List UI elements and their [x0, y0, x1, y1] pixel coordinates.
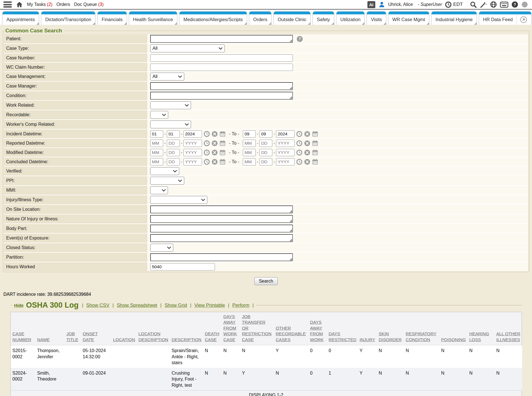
incident-datetime-to-month-input[interactable]: [243, 130, 256, 138]
tab-hr-data-feed[interactable]: HR Data Feed: [479, 11, 531, 25]
show-grid-link[interactable]: Show Grid: [165, 303, 187, 308]
table-row[interactable]: S2015-0002Thompson, Jennifer05-10-2024 1…: [11, 345, 522, 368]
wand-icon[interactable]: [480, 1, 487, 8]
calendar-icon[interactable]: [312, 131, 318, 137]
column-header-job-transfer-or-restriction-case[interactable]: JOB TRANSFER OR RESTRICTION CASE: [240, 312, 274, 345]
column-header-other-recordable-cases[interactable]: OTHER RECORDABLE CASES: [274, 312, 308, 345]
concluded-datetime-to-year-input[interactable]: [276, 158, 295, 165]
column-header-location-description[interactable]: LOCATION DESCRIPTION: [137, 312, 170, 345]
condition-input[interactable]: [150, 92, 293, 100]
time-icon[interactable]: [296, 140, 302, 146]
clear-icon[interactable]: [304, 159, 310, 165]
concluded-datetime-from-year-input[interactable]: [183, 158, 202, 165]
calendar-icon[interactable]: [219, 131, 226, 137]
concluded-datetime-to-month-input[interactable]: [243, 158, 256, 165]
reported-datetime-to-year-input[interactable]: [276, 140, 295, 147]
partition-input[interactable]: [150, 253, 293, 261]
tab-medications-allergies-scripts[interactable]: Medications/Allergies/Scripts: [179, 11, 247, 25]
nature-of-injury-or-illness-input[interactable]: [150, 215, 293, 223]
clear-icon[interactable]: [212, 159, 218, 165]
incident-datetime-from-day-input[interactable]: [167, 130, 180, 138]
reported-datetime-from-month-input[interactable]: [150, 140, 163, 147]
column-header-poisoning[interactable]: POISONING: [439, 312, 468, 345]
tab-outside-clinic[interactable]: Outside Clinic: [273, 11, 311, 25]
globe-icon[interactable]: [490, 1, 497, 8]
incident-datetime-from-year-input[interactable]: [183, 130, 202, 138]
nav-orders[interactable]: Orders: [56, 2, 70, 7]
time-icon[interactable]: [204, 131, 210, 137]
modified-datetime-from-day-input[interactable]: [167, 149, 180, 156]
clear-icon[interactable]: [304, 149, 310, 156]
tab-dictation-transcription[interactable]: Dictation/Transcription: [41, 11, 96, 25]
concluded-datetime-from-month-input[interactable]: [150, 158, 163, 165]
calendar-icon[interactable]: [219, 149, 226, 156]
concluded-datetime-to-day-input[interactable]: [259, 158, 272, 165]
column-header-respiratory-condition[interactable]: RESPIRATORY CONDITION: [404, 312, 439, 345]
patient-input[interactable]: [150, 35, 293, 43]
search-icon[interactable]: [470, 1, 477, 8]
calendar-icon[interactable]: [219, 159, 226, 165]
calendar-icon[interactable]: [312, 159, 318, 165]
show-csv-link[interactable]: Show CSV: [86, 303, 109, 308]
tab-appointments[interactable]: Appointments: [2, 11, 39, 25]
show-spreadsheet-link[interactable]: Show Spreadsheet: [117, 303, 157, 308]
tab-utilization[interactable]: Utilization: [336, 11, 365, 25]
column-header-job-title[interactable]: JOB TITLE: [65, 312, 81, 345]
worker-s-comp-related-select[interactable]: [150, 120, 191, 128]
ai-badge[interactable]: AI: [367, 1, 375, 8]
time-icon[interactable]: [296, 149, 302, 156]
case-type-select[interactable]: All: [150, 44, 225, 52]
time-icon[interactable]: [204, 140, 210, 146]
column-header-onset-date[interactable]: ONSET DATE: [81, 312, 111, 345]
column-header-days-restricted[interactable]: DAYS RESTRICTED: [327, 312, 358, 345]
reported-datetime-to-day-input[interactable]: [259, 140, 272, 147]
incident-datetime-from-month-input[interactable]: [150, 130, 163, 138]
table-row[interactable]: S2024-0002Smith, Theodore09-01-2024Crush…: [11, 368, 522, 390]
hours-worked-input[interactable]: [150, 263, 215, 270]
tab-visits[interactable]: Visits: [367, 11, 386, 25]
concluded-datetime-from-day-input[interactable]: [167, 158, 180, 165]
column-header-hearing-loss[interactable]: HEARING LOSS: [468, 312, 495, 345]
reported-datetime-to-month-input[interactable]: [243, 140, 256, 147]
wc-claim-number-input[interactable]: [150, 64, 293, 71]
modified-datetime-from-year-input[interactable]: [183, 149, 202, 156]
nav-my-tasks[interactable]: My Tasks (2): [27, 2, 52, 7]
closed-status-select[interactable]: [150, 244, 173, 252]
tab-industrial-hygiene[interactable]: Industrial Hygiene: [431, 11, 477, 25]
column-header-death-case[interactable]: DEATH CASE: [203, 312, 222, 345]
modified-datetime-to-day-input[interactable]: [259, 149, 272, 156]
keyboard-icon[interactable]: [500, 2, 508, 8]
tab-orders[interactable]: Orders: [249, 11, 271, 25]
perform-link[interactable]: Perform: [232, 303, 249, 308]
column-header-description[interactable]: DESCRIPTION: [170, 312, 203, 345]
work-related-select[interactable]: [150, 101, 191, 109]
column-header-days-away-from-work[interactable]: DAYS AWAY FROM WORK: [308, 312, 327, 345]
case-number-input[interactable]: [150, 54, 293, 62]
incident-datetime-to-year-input[interactable]: [276, 130, 295, 138]
reported-datetime-from-year-input[interactable]: [183, 140, 202, 147]
column-header-days-away-from-work-case[interactable]: DAYS AWAY FROM WORK CASE: [222, 312, 240, 345]
tab-safety[interactable]: Safety: [313, 11, 334, 25]
tab-financials[interactable]: Financials: [97, 11, 127, 25]
clear-icon[interactable]: [212, 140, 218, 146]
incident-datetime-to-day-input[interactable]: [259, 130, 272, 138]
nav-doc-queue[interactable]: Doc Queue (3): [74, 2, 104, 7]
clear-icon[interactable]: [304, 140, 310, 146]
body-part-input[interactable]: [150, 225, 293, 232]
tab-health-surveillance[interactable]: Health Surveillance: [129, 11, 177, 25]
mmi-select[interactable]: [150, 186, 168, 194]
on-site-location-input[interactable]: [150, 205, 293, 213]
modified-datetime-to-month-input[interactable]: [243, 149, 256, 156]
column-header-case-number[interactable]: CASE NUMBER: [11, 312, 35, 345]
recordable-select[interactable]: [150, 111, 168, 119]
calendar-icon[interactable]: [312, 140, 318, 146]
time-icon[interactable]: [204, 149, 210, 156]
column-header-name[interactable]: NAME: [35, 312, 65, 345]
column-header-injury[interactable]: INJURY: [358, 312, 377, 345]
calendar-icon[interactable]: [219, 140, 226, 146]
hide-link[interactable]: Hide: [14, 303, 24, 308]
column-header-skin-disorder[interactable]: SKIN DISORDER: [377, 312, 404, 345]
time-icon[interactable]: [296, 131, 302, 137]
modified-datetime-from-month-input[interactable]: [150, 149, 163, 156]
clock-icon[interactable]: [445, 1, 452, 8]
